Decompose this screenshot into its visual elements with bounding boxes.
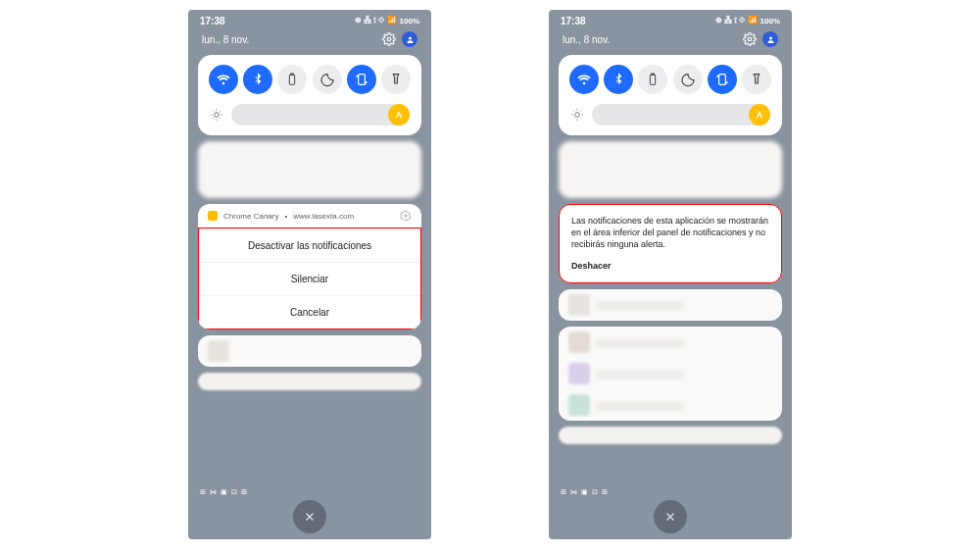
bluetooth-toggle[interactable] [604,65,633,94]
undo-button[interactable]: Deshacer [571,260,612,272]
svg-rect-9 [651,75,656,84]
svg-point-7 [748,37,752,41]
svg-rect-4 [359,75,366,85]
quick-settings-panel: A [198,55,421,135]
status-indicators: ⊕ ⁂ ⟟ ⟐ 📶 [715,16,758,25]
phone-right: 17:38 ⊕ ⁂ ⟟ ⟐ 📶 100% lun., 8 nov. [549,10,792,539]
svg-point-0 [387,37,391,41]
svg-point-1 [409,36,412,39]
disable-notifications-button[interactable]: Desactivar las notificaciones [199,228,420,262]
wifi-toggle[interactable] [209,65,238,94]
status-date: lun., 8 nov. [563,34,610,45]
blurred-notification [559,327,782,421]
statusbar: 17:38 ⊕ ⁂ ⟟ ⟐ 📶 100% [549,10,792,31]
svg-point-5 [215,113,220,118]
settings-icon[interactable] [382,32,396,46]
svg-rect-2 [290,75,295,84]
blurred-row [198,373,421,390]
clear-all-button[interactable] [654,500,687,533]
footer-app-icons: ⊞ ⋈ ▣ ⊡ ⊞ [200,488,248,496]
blurred-row [559,427,782,444]
silence-button[interactable]: Silenciar [199,262,420,295]
quick-settings-panel: A [559,55,782,135]
statusbar: 17:38 ⊕ ⁂ ⟟ ⟐ 📶 100% [188,10,431,31]
snackbar-text: Las notificaciones de esta aplicación se… [571,215,769,250]
status-date: lun., 8 nov. [202,34,249,45]
cancel-button[interactable]: Cancelar [199,295,420,329]
status-time: 17:38 [200,16,225,26]
dnd-toggle[interactable] [313,65,342,94]
footer-app-icons: ⊞ ⋈ ▣ ⊡ ⊞ [561,488,609,496]
status-indicators: ⊕ ⁂ ⟟ ⟐ 📶 [355,16,397,25]
flashlight-toggle[interactable] [381,65,411,94]
rotation-toggle[interactable] [347,65,376,94]
snackbar-info: Las notificaciones de esta aplicación se… [559,204,782,283]
status-battery: 100% [760,17,780,25]
wifi-toggle[interactable] [569,65,599,94]
brightness-icon [570,108,584,122]
svg-rect-3 [291,74,294,75]
svg-point-8 [769,36,772,39]
flashlight-toggle[interactable] [742,65,771,94]
dateline: lun., 8 nov. [549,31,792,51]
chrome-canary-icon [208,211,218,221]
blurred-notification [198,335,421,367]
auto-brightness-toggle[interactable]: A [388,104,410,126]
blurred-notification [198,141,421,198]
brightness-slider[interactable]: A [206,104,414,126]
status-battery: 100% [400,17,419,25]
settings-icon[interactable] [743,32,757,46]
account-avatar[interactable] [762,31,778,47]
svg-point-6 [405,215,408,218]
svg-point-12 [575,113,580,118]
notification-settings-icon[interactable] [400,210,412,222]
brightness-track[interactable]: A [592,104,770,126]
clear-all-button[interactable] [293,500,326,533]
battery-toggle[interactable] [277,65,307,94]
bluetooth-toggle[interactable] [243,65,272,94]
brightness-icon [210,108,223,122]
highlighted-menu: Desactivar las notificaciones Silenciar … [198,227,421,329]
menu-site: www.lasexta.com [293,212,354,221]
phone-left: 17:38 ⊕ ⁂ ⟟ ⟐ 📶 100% lun., 8 nov. [188,10,431,539]
dnd-toggle[interactable] [673,65,703,94]
notification-menu-card: Chrome Canary • www.lasexta.com Desactiv… [198,204,421,329]
status-time: 17:38 [561,16,586,26]
brightness-slider[interactable]: A [566,104,774,126]
blurred-notification [559,141,782,198]
svg-rect-11 [719,75,726,85]
account-avatar[interactable] [402,31,417,47]
battery-toggle[interactable] [638,65,667,94]
blurred-notification [559,289,782,321]
menu-app-name: Chrome Canary [223,212,278,221]
brightness-track[interactable]: A [231,104,410,126]
auto-brightness-toggle[interactable]: A [749,104,770,126]
rotation-toggle[interactable] [708,65,737,94]
svg-rect-10 [652,74,655,75]
dateline: lun., 8 nov. [188,31,431,51]
